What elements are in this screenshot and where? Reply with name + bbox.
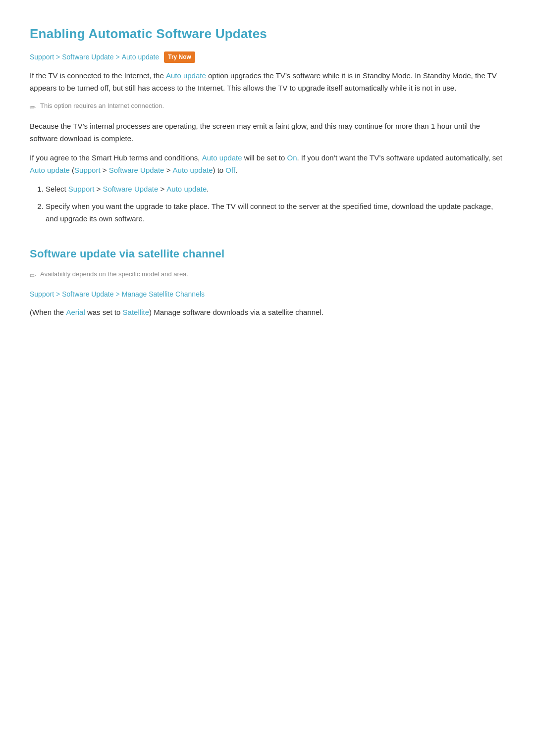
note-text-1: This option requires an Internet connect…	[40, 101, 164, 111]
para3-sep2: >	[164, 166, 172, 174]
breadcrumb2-support-link[interactable]: Support	[30, 289, 54, 300]
note-1: ✏ This option requires an Internet conne…	[30, 101, 505, 113]
smart-hub-paragraph: If you agree to the Smart Hub terms and …	[30, 152, 505, 177]
para4-mid: was set to	[85, 308, 123, 316]
para3-pre: If you agree to the Smart Hub terms and …	[30, 153, 202, 162]
para3-mid1: will be set to	[242, 153, 287, 162]
para3-paren-open: (	[70, 166, 74, 174]
steps-list: Select Support > Software Update > Auto …	[46, 183, 505, 225]
try-now-badge[interactable]: Try Now	[164, 51, 195, 63]
note-2: ✏ Availability depends on the specific m…	[30, 269, 505, 282]
para3-paren-close: ) to	[213, 166, 225, 174]
step1-end: .	[207, 185, 209, 193]
satellite-paragraph: (When the Aerial was set to Satellite) M…	[30, 306, 505, 319]
auto-update-highlight-3: Auto update	[30, 166, 70, 174]
breadcrumb-support-link[interactable]: Support	[30, 51, 54, 62]
on-highlight: On	[287, 153, 297, 162]
auto-update-highlight-2: Auto update	[202, 153, 242, 162]
para4-pre: (When the	[30, 308, 66, 316]
step-2: Specify when you want the upgrade to tak…	[46, 201, 505, 225]
para3-end: .	[235, 166, 237, 174]
step1-pre: Select	[46, 185, 68, 193]
pencil-icon-1: ✏	[30, 101, 36, 113]
standby-glow-paragraph: Because the TV’s internal processes are …	[30, 120, 505, 145]
breadcrumb2-sep-2: >	[116, 289, 120, 300]
note-text-2: Availability depends on the specific mod…	[40, 269, 188, 279]
page-title: Enabling Automatic Software Updates	[30, 24, 505, 45]
pencil-icon-2: ✏	[30, 270, 36, 282]
step1-sep1: >	[94, 185, 103, 193]
aerial-highlight: Aerial	[66, 308, 85, 316]
auto-update-highlight-4: Auto update	[173, 166, 213, 174]
breadcrumb-1: Support > Software Update > Auto update …	[30, 51, 505, 63]
step-1: Select Support > Software Update > Auto …	[46, 183, 505, 196]
support-highlight-inline: Support	[74, 166, 101, 174]
software-update-highlight-inline: Software Update	[109, 166, 164, 174]
para3-mid2: . If you don’t want the TV’s software up…	[297, 153, 502, 162]
breadcrumb2-sep-1: >	[56, 289, 60, 300]
off-highlight: Off	[225, 166, 235, 174]
breadcrumb-software-update-link[interactable]: Software Update	[62, 51, 113, 62]
step1-auto-highlight: Auto update	[166, 185, 207, 193]
auto-update-highlight-1: Auto update	[166, 71, 206, 80]
breadcrumb-sep-2: >	[116, 51, 120, 62]
step1-sep2: >	[158, 185, 166, 193]
satellite-highlight: Satellite	[123, 308, 149, 316]
step1-support-highlight: Support	[68, 185, 95, 193]
para3-sep1: >	[101, 166, 109, 174]
para4-end: ) Manage software downloads via a satell…	[149, 308, 323, 316]
breadcrumb-auto-update-link[interactable]: Auto update	[122, 51, 160, 62]
breadcrumb2-manage-link[interactable]: Manage Satellite Channels	[122, 289, 205, 300]
step1-software-highlight: Software Update	[103, 185, 159, 193]
breadcrumb-2: Support > Software Update > Manage Satel…	[30, 289, 505, 300]
para1-pre: If the TV is connected to the Internet, …	[30, 71, 166, 80]
intro-paragraph: If the TV is connected to the Internet, …	[30, 70, 505, 95]
breadcrumb2-software-update-link[interactable]: Software Update	[62, 289, 113, 300]
section2-title: Software update via satellite channel	[30, 245, 505, 262]
breadcrumb-sep-1: >	[56, 51, 60, 62]
